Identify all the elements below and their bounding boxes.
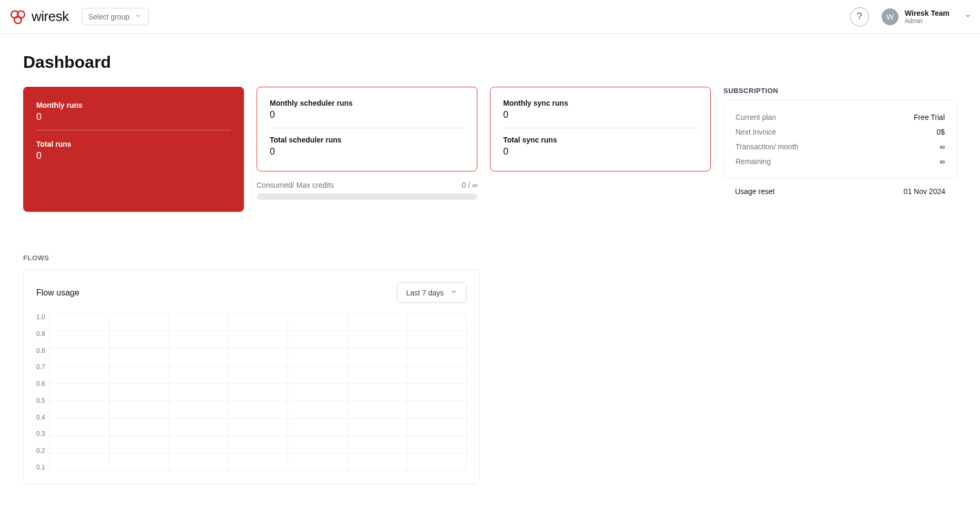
sub-row-transaction: Transaction/ month ∞ xyxy=(736,139,945,154)
runs-card: Monthly runs 0 Total runs 0 xyxy=(23,87,244,212)
main-content: Dashboard Monthly runs 0 Total runs 0 Mo… xyxy=(0,34,980,503)
total-sync-label: Total sync runs xyxy=(503,136,698,144)
question-icon: ? xyxy=(857,11,862,22)
divider xyxy=(270,128,464,128)
sub-key: Next Invoice xyxy=(736,128,776,136)
monthly-runs-value: 0 xyxy=(36,111,231,123)
y-tick: 0.3 xyxy=(36,430,45,437)
subscription-card: Current plan Free Trial Next Invoice 0$ … xyxy=(723,100,957,179)
svg-point-2 xyxy=(14,16,22,24)
app-header: wiresk Select group ? W Wiresk Team Admi… xyxy=(0,0,980,34)
monthly-scheduler-value: 0 xyxy=(270,109,464,120)
chevron-down-icon xyxy=(135,12,142,21)
sub-val: 0$ xyxy=(936,128,945,136)
flow-usage-chart: 1.00.90.80.70.60.50.40.30.20.1 xyxy=(36,313,466,471)
scheduler-card: Monthly scheduler runs 0 Total scheduler… xyxy=(257,87,477,171)
y-tick: 0.6 xyxy=(36,380,45,387)
usage-reset-label: Usage reset xyxy=(735,187,774,196)
usage-reset-row: Usage reset 01 Nov 2024 xyxy=(723,179,957,196)
help-button[interactable]: ? xyxy=(850,7,869,26)
subscription-column: SUBSCRIPTION Current plan Free Trial Nex… xyxy=(723,87,957,196)
subscription-heading: SUBSCRIPTION xyxy=(723,87,957,95)
y-tick: 0.9 xyxy=(36,330,45,338)
y-tick: 0.4 xyxy=(36,414,45,421)
group-select-dropdown[interactable]: Select group xyxy=(81,8,149,25)
sub-val: Free Trial xyxy=(914,113,945,121)
user-role: Admin xyxy=(905,17,950,25)
scheduler-column: Monthly scheduler runs 0 Total scheduler… xyxy=(257,87,477,200)
y-tick: 0.2 xyxy=(36,447,45,454)
total-scheduler-label: Total scheduler runs xyxy=(270,136,464,144)
group-select-label: Select group xyxy=(88,13,130,21)
chart-y-axis: 1.00.90.80.70.60.50.40.30.20.1 xyxy=(36,313,49,471)
flows-title: Flow usage xyxy=(36,288,79,298)
credits-value: 0 / ∞ xyxy=(462,181,477,189)
user-info: Wiresk Team Admin xyxy=(905,9,950,25)
sub-key: Current plan xyxy=(736,113,776,121)
sub-row-remaining: Remaining ∞ xyxy=(736,154,945,169)
flows-section: FLOWS Flow usage Last 7 days 1.00.90.80.… xyxy=(23,254,957,484)
sub-key: Remaining xyxy=(736,157,771,166)
monthly-scheduler-label: Monthly scheduler runs xyxy=(270,99,464,107)
y-tick: 0.1 xyxy=(36,464,45,471)
flows-card: Flow usage Last 7 days 1.00.90.80.70.60.… xyxy=(23,269,479,484)
usage-reset-value: 01 Nov 2024 xyxy=(904,187,945,196)
chart-plot-area xyxy=(49,313,466,471)
avatar-initial: W xyxy=(886,12,894,21)
divider xyxy=(36,130,231,130)
y-tick: 1.0 xyxy=(36,313,45,321)
monthly-sync-value: 0 xyxy=(503,109,698,120)
flows-heading: FLOWS xyxy=(23,254,957,262)
sub-row-plan: Current plan Free Trial xyxy=(736,110,945,125)
avatar: W xyxy=(882,8,899,25)
date-range-dropdown[interactable]: Last 7 days xyxy=(397,282,466,303)
logo[interactable]: wiresk xyxy=(8,7,69,26)
total-runs-value: 0 xyxy=(36,150,231,161)
credits-label: Consumed/ Max credits xyxy=(257,181,334,189)
sub-key: Transaction/ month xyxy=(736,142,798,151)
total-sync-value: 0 xyxy=(503,146,698,157)
chevron-down-icon xyxy=(450,288,457,297)
sync-card: Monthly sync runs 0 Total sync runs 0 xyxy=(490,87,711,171)
sub-row-invoice: Next Invoice 0$ xyxy=(736,125,945,139)
logo-icon xyxy=(8,7,27,26)
total-scheduler-value: 0 xyxy=(270,146,464,157)
chevron-down-icon xyxy=(964,12,972,22)
y-tick: 0.8 xyxy=(36,347,45,354)
metrics-grid: Monthly runs 0 Total runs 0 Monthly sche… xyxy=(23,87,957,212)
page-title: Dashboard xyxy=(23,53,957,72)
brand-name: wiresk xyxy=(32,8,69,25)
monthly-runs-label: Monthly runs xyxy=(36,101,231,109)
range-label: Last 7 days xyxy=(406,289,444,297)
y-tick: 0.5 xyxy=(36,397,45,404)
credits-block: Consumed/ Max credits 0 / ∞ xyxy=(257,181,477,200)
sub-val: ∞ xyxy=(940,142,945,151)
credits-progress-bar xyxy=(257,193,477,200)
user-name: Wiresk Team xyxy=(905,9,950,17)
monthly-sync-label: Monthly sync runs xyxy=(503,99,698,107)
y-tick: 0.7 xyxy=(36,363,45,371)
total-runs-label: Total runs xyxy=(36,140,231,148)
sub-val: ∞ xyxy=(940,157,945,166)
divider xyxy=(503,128,698,128)
user-menu[interactable]: W Wiresk Team Admin xyxy=(882,8,972,25)
